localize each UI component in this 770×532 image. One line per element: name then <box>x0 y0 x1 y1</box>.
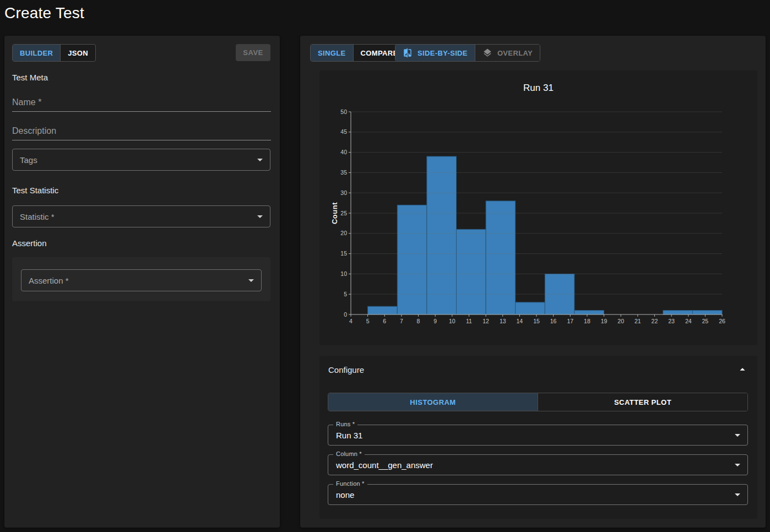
tab-single-label: SINGLE <box>318 49 346 57</box>
page-title: Create Test <box>4 4 84 22</box>
test-statistic-heading: Test Statistic <box>12 186 58 195</box>
tab-builder-label: BUILDER <box>20 49 53 57</box>
assertion-select-label: Assertion * <box>29 276 69 285</box>
svg-text:8: 8 <box>417 318 420 324</box>
name-label: Name * <box>12 97 271 111</box>
tab-scatter-plot-label: SCATTER PLOT <box>614 398 671 406</box>
svg-text:10: 10 <box>449 318 456 324</box>
assertion-heading: Assertion <box>12 238 47 248</box>
configure-card: Configure HISTOGRAM SCATTER PLOT Runs * … <box>319 356 757 519</box>
histogram-card: Run 31 Count 456789101112131415161718192… <box>319 70 757 345</box>
column-select[interactable]: Column * word_count__gen_answer <box>328 454 748 475</box>
svg-text:7: 7 <box>400 318 403 324</box>
tab-compare-label: COMPARE <box>361 49 398 57</box>
svg-text:45: 45 <box>340 128 347 135</box>
svg-text:15: 15 <box>533 318 540 324</box>
svg-text:13: 13 <box>500 318 506 324</box>
page: Create Test BUILDER JSON SAVE Test Meta … <box>0 0 770 532</box>
column-select-value: word_count__gen_answer <box>336 460 433 470</box>
chart-panel: SINGLE COMPARE SIDE-BY-SIDE OVERLAY Run … <box>300 36 766 528</box>
tab-scatter-plot[interactable]: SCATTER PLOT <box>538 393 747 411</box>
runs-select-label: Runs * <box>333 421 357 427</box>
svg-text:20: 20 <box>617 318 624 324</box>
description-input[interactable]: Description <box>12 126 271 140</box>
chevron-down-icon <box>253 210 267 223</box>
plot-type-tabs: HISTOGRAM SCATTER PLOT <box>328 393 748 411</box>
tab-json[interactable]: JSON <box>61 45 95 61</box>
tab-histogram-label: HISTOGRAM <box>410 398 456 406</box>
tab-overlay-label: OVERLAY <box>497 49 533 57</box>
chevron-down-icon <box>731 488 744 501</box>
svg-text:12: 12 <box>482 318 489 324</box>
svg-text:5: 5 <box>344 291 347 297</box>
test-meta-heading: Test Meta <box>12 73 48 82</box>
statistic-select[interactable]: Statistic * <box>12 205 270 227</box>
builder-panel: BUILDER JSON SAVE Test Meta Name * Descr… <box>4 36 280 528</box>
svg-text:23: 23 <box>668 318 675 324</box>
svg-text:25: 25 <box>340 210 347 216</box>
tab-json-label: JSON <box>68 49 88 57</box>
function-select-label: Function * <box>333 480 367 487</box>
tags-select[interactable]: Tags <box>12 149 270 171</box>
statistic-select-label: Statistic * <box>20 212 55 221</box>
svg-text:26: 26 <box>719 318 725 324</box>
svg-text:4: 4 <box>349 318 353 324</box>
svg-text:5: 5 <box>366 318 370 324</box>
svg-text:20: 20 <box>340 230 347 236</box>
tab-histogram[interactable]: HISTOGRAM <box>328 393 538 411</box>
save-button[interactable]: SAVE <box>236 44 270 61</box>
chevron-down-icon <box>245 274 258 287</box>
svg-text:14: 14 <box>517 318 523 324</box>
builder-json-toggle: BUILDER JSON <box>12 44 96 62</box>
svg-text:19: 19 <box>601 318 608 324</box>
name-input[interactable]: Name * <box>12 97 271 112</box>
chevron-down-icon <box>253 153 267 166</box>
svg-text:0: 0 <box>344 311 347 318</box>
svg-text:50: 50 <box>340 108 347 115</box>
tab-builder[interactable]: BUILDER <box>13 45 61 61</box>
tags-select-label: Tags <box>20 155 37 165</box>
chevron-down-icon <box>731 458 744 471</box>
layers-icon <box>482 48 492 58</box>
svg-text:24: 24 <box>685 318 692 324</box>
svg-text:15: 15 <box>340 250 347 257</box>
svg-text:21: 21 <box>635 318 641 324</box>
svg-text:35: 35 <box>340 169 347 176</box>
svg-text:17: 17 <box>567 318 573 324</box>
tab-single[interactable]: SINGLE <box>311 45 354 61</box>
description-label: Description <box>12 126 271 140</box>
svg-text:9: 9 <box>433 318 437 324</box>
configure-collapse-button[interactable] <box>734 362 751 378</box>
svg-text:40: 40 <box>340 149 347 155</box>
chevron-up-icon <box>736 363 749 376</box>
svg-text:16: 16 <box>550 318 557 324</box>
assertion-card: Assertion * <box>12 257 270 301</box>
runs-select-value: Run 31 <box>336 431 362 440</box>
svg-text:22: 22 <box>652 318 658 324</box>
svg-text:11: 11 <box>466 318 472 324</box>
svg-text:6: 6 <box>383 318 386 324</box>
chevron-down-icon <box>731 428 744 442</box>
tab-overlay[interactable]: OVERLAY <box>475 45 540 61</box>
svg-text:10: 10 <box>340 270 347 277</box>
svg-text:30: 30 <box>340 189 347 196</box>
histogram-chart[interactable]: 4567891011121314151617181920212223242526… <box>319 70 757 345</box>
layout-toggle: SIDE-BY-SIDE OVERLAY <box>395 44 540 62</box>
svg-text:18: 18 <box>584 318 590 324</box>
configure-heading: Configure <box>328 365 364 374</box>
single-compare-toggle: SINGLE COMPARE <box>310 44 405 62</box>
compare-icon <box>403 48 413 58</box>
function-select-value: none <box>336 490 354 500</box>
tab-side-by-side-label: SIDE-BY-SIDE <box>417 49 468 57</box>
column-select-label: Column * <box>333 450 365 457</box>
tab-side-by-side[interactable]: SIDE-BY-SIDE <box>395 45 475 61</box>
svg-text:25: 25 <box>702 318 709 324</box>
runs-select[interactable]: Runs * Run 31 <box>328 425 748 446</box>
function-select[interactable]: Function * none <box>328 484 748 505</box>
assertion-select[interactable]: Assertion * <box>21 269 262 291</box>
